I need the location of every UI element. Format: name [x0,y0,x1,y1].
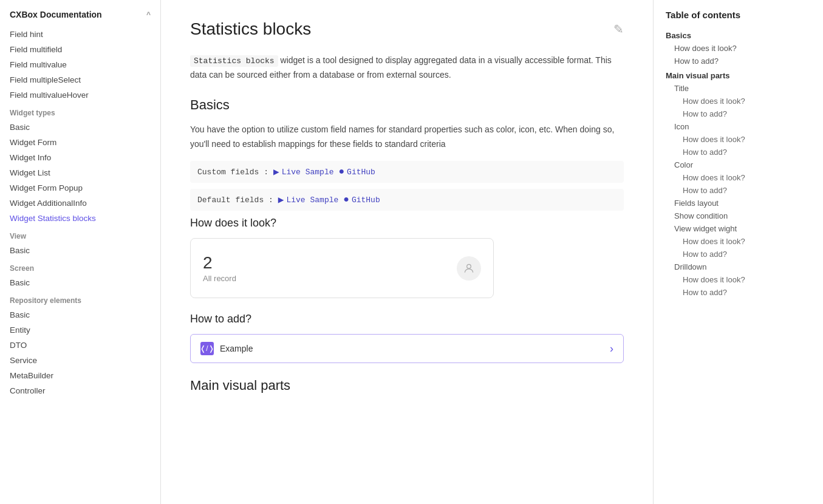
example-icon: ❬/❭ [200,342,214,355]
preview-person-icon [457,256,481,281]
play-icon-default: ▶ [278,194,284,206]
basics-text: You have the option to utilize custom fi… [190,123,624,152]
toc-item[interactable]: How does it look? [666,273,811,286]
toc-item[interactable]: How to add? [666,146,811,158]
toc-item[interactable]: How does it look? [666,171,811,184]
toc-item[interactable]: How to add? [666,55,811,67]
toc-title: Table of contents [666,10,811,20]
toc-item[interactable]: Main visual parts [666,67,811,82]
sidebar-item[interactable]: DTO [0,338,160,353]
sidebar-item[interactable]: Field multivalueHover [0,87,160,103]
sidebar: CXBox Documentation ^ Field hintField mu… [0,0,161,504]
chevron-right-icon: › [610,342,613,355]
default-github-link[interactable]: ● GitHub [343,194,380,205]
sidebar-item[interactable]: Widget Info [0,150,160,165]
sidebar-item[interactable]: Field multivalue [0,57,160,72]
sidebar-item[interactable]: Widget List [0,165,160,180]
custom-fields-row: Custom fields : ▶ Live Sample ● GitHub [190,161,624,183]
example-left: ❬/❭ Example [200,342,253,355]
sidebar-title: CXBox Documentation ^ [0,10,160,27]
preview-number: 2 [203,253,236,273]
toc-item[interactable]: How to add? [666,248,811,261]
sidebar-items: Field hintField multifieldField multival… [0,27,160,398]
intro-code: Statistics blocks [190,55,278,67]
page-title: Statistics blocks [190,19,311,39]
sidebar-item[interactable]: Widget Statistics blocks [0,211,160,226]
how-add-heading: How to add? [190,313,624,325]
sidebar-item[interactable]: MetaBuilder [0,368,160,383]
toc-items: BasicsHow does it look?How to add?Main v… [666,27,811,299]
github-icon-custom: ● [339,166,345,177]
sidebar-item[interactable]: Field hint [0,27,160,42]
toc-item[interactable]: Color [666,158,811,171]
sidebar-item[interactable]: Field multifield [0,42,160,57]
toc-item[interactable]: Show condition [666,209,811,222]
sidebar-item[interactable]: Widget Form Popup [0,180,160,196]
sidebar-section-label: View [0,226,160,243]
page-header: Statistics blocks ✎ [190,19,624,39]
sidebar-item[interactable]: Widget AdditionalInfo [0,196,160,211]
default-live-sample-text: Live Sample [286,196,338,205]
toc-item[interactable]: Fields layout [666,197,811,209]
default-github-text: GitHub [352,196,380,205]
sidebar-item[interactable]: Basic [0,120,160,135]
sidebar-section-label: Widget types [0,103,160,120]
github-icon-default: ● [343,194,349,205]
toc-item[interactable]: How to add? [666,184,811,197]
sidebar-section-label: Repository elements [0,290,160,307]
toc-item[interactable]: How to add? [666,107,811,120]
default-live-sample-link[interactable]: ▶ Live Sample [278,194,338,206]
custom-live-sample-link[interactable]: ▶ Live Sample [273,166,333,178]
custom-live-sample-text: Live Sample [282,168,334,177]
basics-heading: Basics [190,97,624,113]
preview-box: 2 All record [190,238,494,298]
toc-item[interactable]: How does it look? [666,133,811,146]
intro-paragraph: Statistics blocks widget is a tool desig… [190,53,624,83]
main-content: Statistics blocks ✎ Statistics blocks wi… [161,0,653,504]
toc-item[interactable]: View widget wight [666,222,811,235]
svg-point-0 [467,264,471,268]
sidebar-item[interactable]: Widget Form [0,135,160,150]
toc-item[interactable]: How to add? [666,286,811,299]
custom-fields-label: Custom fields : [197,168,268,177]
sidebar-item[interactable]: Controller [0,383,160,398]
edit-icon[interactable]: ✎ [613,22,624,36]
default-fields-label: Default fields : [197,196,273,205]
table-of-contents: Table of contents BasicsHow does it look… [653,0,823,504]
sidebar-item[interactable]: Basic [0,243,160,258]
play-icon-custom: ▶ [273,166,279,178]
toc-item[interactable]: How does it look? [666,235,811,248]
example-label: Example [220,344,253,353]
toc-item[interactable]: How does it look? [666,95,811,107]
toc-item[interactable]: How does it look? [666,42,811,55]
sidebar-item[interactable]: Service [0,353,160,368]
example-block[interactable]: ❬/❭ Example › [190,334,624,363]
preview-stat: 2 All record [203,253,236,283]
toc-item[interactable]: Title [666,82,811,95]
how-look-heading: How does it look? [190,217,624,230]
main-visual-heading: Main visual parts [190,378,624,393]
default-fields-row: Default fields : ▶ Live Sample ● GitHub [190,189,624,211]
sidebar-item[interactable]: Field multipleSelect [0,72,160,87]
sidebar-collapse-icon[interactable]: ^ [146,10,151,19]
custom-github-text: GitHub [347,168,375,177]
sidebar-item[interactable]: Basic [0,307,160,322]
sidebar-title-text: CXBox Documentation [10,10,102,19]
toc-item[interactable]: Drilldown [666,261,811,273]
toc-item[interactable]: Basics [666,27,811,42]
sidebar-item[interactable]: Basic [0,275,160,290]
sidebar-section-label: Screen [0,258,160,275]
toc-item[interactable]: Icon [666,120,811,133]
sidebar-item[interactable]: Entity [0,322,160,338]
custom-github-link[interactable]: ● GitHub [339,166,375,177]
preview-label: All record [203,274,236,283]
